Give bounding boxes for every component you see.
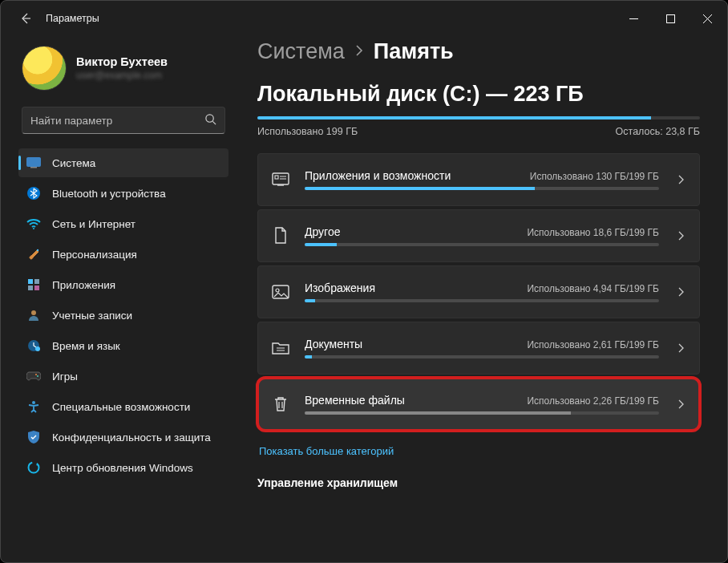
nav-games[interactable]: Игры xyxy=(18,362,229,391)
svg-rect-7 xyxy=(28,279,33,284)
storage-management-heading: Управление хранилищем xyxy=(257,476,700,489)
category-temp-files[interactable]: Временные файлы Использовано 2,26 ГБ/199… xyxy=(257,378,700,431)
category-usage: Использовано 4,94 ГБ/199 ГБ xyxy=(527,283,659,294)
svg-point-14 xyxy=(35,374,37,375)
category-other[interactable]: Другое Использовано 18,6 ГБ/199 ГБ xyxy=(257,209,700,262)
svg-point-21 xyxy=(276,289,279,292)
nav-label: Специальные возможности xyxy=(52,401,190,413)
nav-accessibility[interactable]: Специальные возможности xyxy=(18,392,229,421)
back-button[interactable] xyxy=(17,10,34,27)
nav-label: Bluetooth и устройства xyxy=(52,188,166,200)
settings-window: Параметры Виктор Бухтеев user@example.co… xyxy=(0,0,728,563)
category-usage: Использовано 130 ГБ/199 ГБ xyxy=(530,171,659,182)
image-icon xyxy=(269,281,292,303)
category-bar xyxy=(305,187,659,190)
breadcrumb: Система Память xyxy=(257,39,700,64)
show-more-link[interactable]: Показать больше категорий xyxy=(259,445,698,457)
nav-network[interactable]: Сеть и Интернет xyxy=(18,209,229,238)
svg-rect-10 xyxy=(34,286,39,290)
svg-point-5 xyxy=(33,228,34,229)
disk-stats: Использовано 199 ГБ Осталось: 23,8 ГБ xyxy=(257,126,700,137)
category-usage: Использовано 2,26 ГБ/199 ГБ xyxy=(527,395,659,407)
accessibility-icon xyxy=(26,399,41,414)
svg-point-15 xyxy=(37,375,38,377)
shield-icon xyxy=(26,430,41,444)
nav-label: Учетные записи xyxy=(52,310,132,322)
user-block[interactable]: Виктор Бухтеев user@example.com xyxy=(18,41,229,105)
svg-rect-2 xyxy=(27,158,41,167)
file-icon xyxy=(269,225,292,247)
category-images[interactable]: Изображения Использовано 4,94 ГБ/199 ГБ xyxy=(257,265,700,318)
svg-rect-0 xyxy=(666,14,674,22)
chevron-right-icon xyxy=(672,399,690,410)
maximize-button[interactable] xyxy=(652,6,689,31)
svg-rect-3 xyxy=(30,167,37,168)
category-documents[interactable]: Документы Использовано 2,61 ГБ/199 ГБ xyxy=(257,322,700,375)
search-icon xyxy=(204,113,216,128)
nav-label: Сеть и Интернет xyxy=(52,218,135,230)
nav-label: Персонализация xyxy=(52,249,137,261)
titlebar: Параметры xyxy=(1,1,727,36)
search-box[interactable] xyxy=(22,107,225,134)
category-bar xyxy=(305,299,659,302)
user-name: Виктор Бухтеев xyxy=(76,55,168,68)
apps-icon xyxy=(26,277,41,292)
category-list: Приложения и возможности Использовано 13… xyxy=(257,153,700,431)
svg-point-16 xyxy=(32,401,35,404)
nav-bluetooth[interactable]: Bluetooth и устройства xyxy=(18,179,229,208)
category-bar xyxy=(305,411,659,415)
close-button[interactable] xyxy=(689,6,726,31)
minimize-button[interactable] xyxy=(615,6,652,31)
brush-icon xyxy=(26,247,41,261)
chevron-right-icon xyxy=(672,230,690,241)
category-title: Изображения xyxy=(305,282,375,294)
trash-icon xyxy=(269,393,292,415)
avatar xyxy=(22,46,67,91)
svg-point-11 xyxy=(31,310,36,315)
category-usage: Использовано 18,6 ГБ/199 ГБ xyxy=(527,227,659,238)
category-title: Временные файлы xyxy=(305,394,405,407)
category-title: Другое xyxy=(305,225,340,238)
nav-accounts[interactable]: Учетные записи xyxy=(18,301,229,330)
update-icon xyxy=(26,460,41,475)
nav-privacy[interactable]: Конфиденциальность и защита xyxy=(18,423,229,452)
search-input[interactable] xyxy=(30,115,204,127)
svg-point-13 xyxy=(35,346,40,351)
disk-free-label: Осталось: 23,8 ГБ xyxy=(616,126,700,137)
category-title: Документы xyxy=(305,338,362,350)
main-content: Система Память Локальный диск (C:) — 223… xyxy=(241,36,727,562)
sidebar: Виктор Бухтеев user@example.com Система … xyxy=(1,36,241,562)
user-icon xyxy=(26,308,41,322)
nav-apps[interactable]: Приложения xyxy=(18,270,229,299)
gamepad-icon xyxy=(26,369,41,383)
nav-label: Система xyxy=(52,157,95,169)
nav-time-lang[interactable]: Время и язык xyxy=(18,331,229,360)
breadcrumb-parent[interactable]: Система xyxy=(257,39,345,64)
nav-label: Приложения xyxy=(52,279,115,291)
nav-system[interactable]: Система xyxy=(18,148,229,177)
disk-usage-bar xyxy=(257,116,700,119)
nav: Система Bluetooth и устройства Сеть и Ин… xyxy=(18,148,229,482)
clock-icon xyxy=(26,338,41,353)
bluetooth-icon xyxy=(26,186,41,200)
breadcrumb-current: Память xyxy=(374,39,454,64)
category-title: Приложения и возможности xyxy=(305,169,451,182)
nav-update[interactable]: Центр обновления Windows xyxy=(18,453,229,482)
disk-used-label: Использовано 199 ГБ xyxy=(257,126,358,137)
disk-heading: Локальный диск (C:) — 223 ГБ xyxy=(257,82,700,107)
wifi-icon xyxy=(26,217,41,231)
folder-icon xyxy=(269,337,292,359)
chevron-right-icon xyxy=(672,286,690,298)
nav-personalization[interactable]: Персонализация xyxy=(18,240,229,269)
chevron-right-icon xyxy=(672,174,690,185)
svg-rect-19 xyxy=(275,176,278,179)
disk-usage-fill xyxy=(257,116,651,119)
category-apps[interactable]: Приложения и возможности Использовано 13… xyxy=(257,153,700,206)
nav-label: Центр обновления Windows xyxy=(52,462,193,474)
category-bar xyxy=(305,243,659,246)
nav-label: Игры xyxy=(52,371,78,383)
apps-features-icon xyxy=(269,168,292,191)
chevron-right-icon xyxy=(672,342,690,354)
window-title: Параметры xyxy=(46,13,99,24)
system-icon xyxy=(26,156,41,170)
